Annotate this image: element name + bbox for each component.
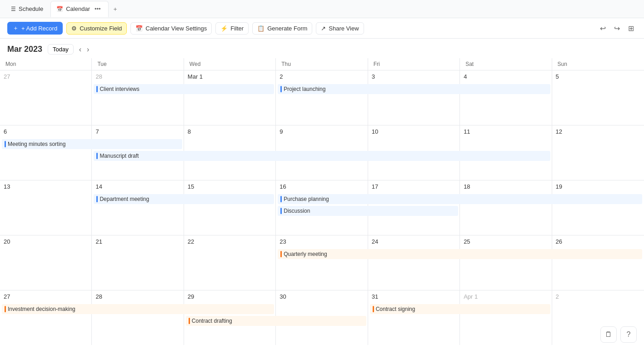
share-view-button[interactable]: ↗ Share View (316, 22, 364, 35)
event-label: Quarterly meeting (284, 251, 327, 257)
cell-13[interactable]: 13 (0, 180, 92, 235)
cell-31[interactable]: 31 (368, 290, 460, 345)
event-label: Contract drafting (192, 318, 232, 324)
tab-schedule[interactable]: ☰ Schedule (5, 1, 49, 17)
day-sat: Sat (460, 58, 552, 70)
event-label: Investment decision-making (8, 306, 75, 312)
event-label: Contract signing (376, 306, 415, 312)
filter-button[interactable]: ⚡ Filter (215, 22, 249, 35)
event-label: Manuscript draft (100, 153, 139, 159)
cell-20[interactable]: 20 (0, 235, 92, 290)
calendar-view-settings-icon: 📅 (135, 25, 143, 32)
day-thu: Thu (276, 58, 368, 70)
event-investment-decision[interactable]: Investment decision-making (2, 304, 274, 314)
event-label: Project launching (284, 86, 325, 92)
generate-form-label: Generate Form (267, 25, 307, 32)
customize-field-icon: ⚙ (71, 25, 77, 32)
doc-icon-button[interactable]: 🗒 (600, 326, 617, 343)
event-discussion[interactable]: Discussion (278, 206, 458, 216)
search-button[interactable]: ⊞ (625, 22, 637, 35)
cell-mar1[interactable]: Mar 1 (184, 70, 276, 125)
cell-28-mar[interactable]: 28 (92, 290, 184, 345)
toolbar: ＋ + Add Record ⚙ Customize Field 📅 Calen… (0, 18, 644, 39)
cell-27[interactable]: 27 (0, 290, 92, 345)
add-record-label: + Add Record (21, 25, 57, 32)
day-mon: Mon (0, 58, 92, 70)
event-label: Discussion (284, 208, 310, 214)
calendar-days-header: Mon Tue Wed Thu Fri Sat Sun (0, 58, 644, 70)
day-wed: Wed (184, 58, 276, 70)
help-icon-button[interactable]: ? (620, 326, 637, 343)
share-view-icon: ↗ (321, 25, 326, 32)
tab-bar: ☰ Schedule 📅 Calendar ••• ＋ (0, 0, 644, 18)
week-row-4: 20 21 22 23 24 25 26 Quarterly meeting (0, 235, 644, 290)
next-month-button[interactable]: › (87, 45, 89, 54)
week-row-5: 27 28 29 30 31 Apr 1 2 Investment decisi… (0, 290, 644, 345)
calendar-icon: 📅 (56, 6, 63, 12)
cell-27-feb[interactable]: 27 (0, 70, 92, 125)
cell-24[interactable]: 24 (368, 235, 460, 290)
prev-month-button[interactable]: ‹ (79, 45, 81, 54)
cell-18[interactable]: 18 (460, 180, 552, 235)
event-meeting-minutes[interactable]: Meeting minutes sorting (2, 139, 182, 149)
event-dot (280, 208, 282, 214)
share-view-label: Share View (329, 25, 359, 32)
cell-3[interactable]: 3 (368, 70, 460, 125)
event-purchase-planning[interactable]: Purchase planning (278, 194, 642, 204)
toolbar-right: ↩ ↪ ⊞ (597, 22, 637, 35)
event-quarterly-meeting[interactable]: Quarterly meeting (278, 249, 642, 259)
customize-field-button[interactable]: ⚙ Customize Field (66, 22, 127, 35)
cell-23[interactable]: 23 (276, 235, 368, 290)
undo-button[interactable]: ↩ (597, 22, 609, 35)
event-dot (280, 251, 282, 257)
calendar-header: Mar 2023 Today ‹ › (0, 39, 644, 58)
cell-15[interactable]: 15 (184, 180, 276, 235)
filter-label: Filter (230, 25, 244, 32)
cell-26[interactable]: 26 (552, 235, 644, 290)
cell-19[interactable]: 19 (552, 180, 644, 235)
add-tab-button[interactable]: ＋ (110, 3, 120, 15)
generate-form-button[interactable]: 📋 Generate Form (252, 22, 312, 35)
event-dot (96, 196, 98, 202)
schedule-icon: ☰ (11, 6, 16, 12)
add-record-button[interactable]: ＋ + Add Record (7, 22, 63, 35)
event-label: Client interviews (100, 86, 139, 92)
event-project-launching[interactable]: Project launching (278, 84, 550, 94)
event-department-meeting[interactable]: Department meeting (94, 194, 274, 204)
cell-12[interactable]: 12 (552, 125, 644, 180)
event-dot (5, 141, 6, 147)
calendar-view-settings-label: Calendar View Settings (145, 25, 207, 32)
bottom-icons: 🗒 ? (600, 326, 637, 343)
day-fri: Fri (368, 58, 460, 70)
cell-4[interactable]: 4 (460, 70, 552, 125)
cell-apr1[interactable]: Apr 1 (460, 290, 552, 345)
week-row-1: 27 28 Mar 1 2 3 4 5 Client interviews Pr… (0, 70, 644, 125)
calendar-view-settings-button[interactable]: 📅 Calendar View Settings (130, 22, 212, 35)
event-contract-drafting[interactable]: Contract drafting (186, 316, 366, 326)
event-client-interviews[interactable]: Client interviews (94, 84, 274, 94)
cell-14[interactable]: 14 (92, 180, 184, 235)
cell-2[interactable]: 2 (276, 70, 368, 125)
add-record-icon: ＋ (13, 24, 19, 32)
redo-button[interactable]: ↪ (611, 22, 623, 35)
calendar-month-title: Mar 2023 (7, 45, 42, 54)
tab-schedule-label: Schedule (19, 5, 43, 12)
event-manuscript-draft[interactable]: Manuscript draft (94, 151, 550, 161)
week-row-3: 13 14 15 16 17 18 19 Department meeting … (0, 180, 644, 235)
today-button[interactable]: Today (48, 44, 74, 55)
cell-28-feb[interactable]: 28 (92, 70, 184, 125)
tab-more-button[interactable]: ••• (93, 4, 103, 14)
event-dot (280, 86, 282, 92)
event-contract-signing[interactable]: Contract signing (370, 304, 550, 314)
tab-calendar[interactable]: 📅 Calendar ••• (50, 1, 108, 17)
calendar-body: 27 28 Mar 1 2 3 4 5 Client interviews Pr… (0, 70, 644, 345)
cell-6[interactable]: 6 (0, 125, 92, 180)
cell-25[interactable]: 25 (460, 235, 552, 290)
event-dot (96, 153, 98, 159)
cell-22[interactable]: 22 (184, 235, 276, 290)
event-dot (96, 86, 98, 92)
cell-21[interactable]: 21 (92, 235, 184, 290)
event-dot (373, 306, 374, 312)
event-dot (280, 196, 282, 202)
cell-5[interactable]: 5 (552, 70, 644, 125)
